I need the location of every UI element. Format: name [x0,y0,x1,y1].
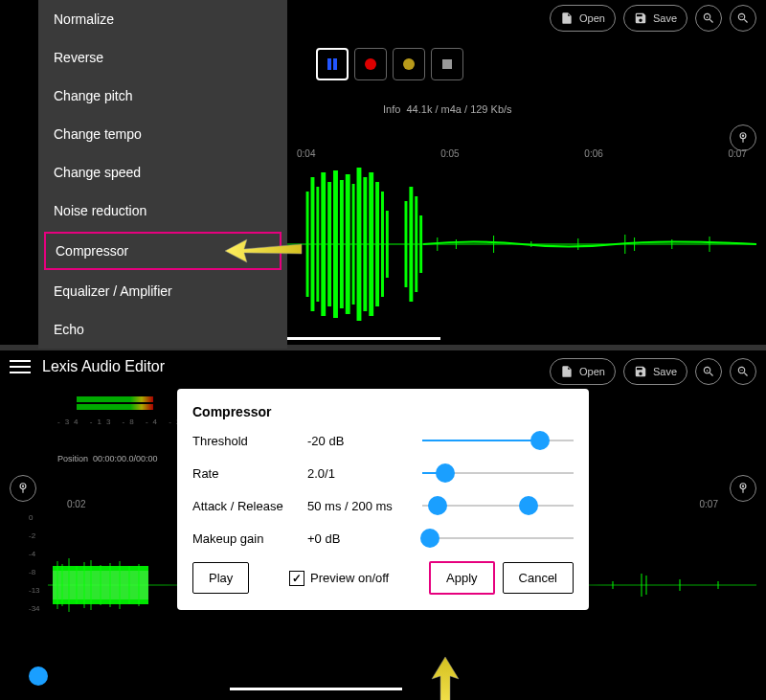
checkbox-icon: ✓ [289,571,304,586]
menu-echo[interactable]: Echo [38,310,287,349]
open-button[interactable]: Open [550,5,616,32]
attack-release-value: 50 ms / 200 ms [307,499,422,513]
menu-change-pitch[interactable]: Change pitch [38,77,287,115]
svg-rect-12 [327,182,331,306]
stop-button[interactable] [431,48,463,80]
svg-rect-16 [352,184,355,305]
zoom-out-button-2[interactable] [730,358,756,385]
menu-reverse[interactable]: Reverse [38,38,287,77]
playhead[interactable] [29,666,48,686]
marker-icon [736,482,750,495]
level-meter [77,396,153,416]
menu-noise-reduction[interactable]: Noise reduction [38,192,287,230]
svg-rect-9 [311,177,315,311]
save-label: Save [653,12,677,24]
marker-right-button[interactable] [730,475,756,502]
file-icon [560,365,574,378]
svg-rect-19 [369,172,373,316]
y-axis-labels: 0 -2 -4 -8 -13 -34 [29,513,40,613]
play-button[interactable] [393,48,425,80]
svg-rect-10 [316,187,319,302]
svg-point-3 [403,58,415,70]
menu-change-tempo[interactable]: Change tempo [38,115,287,153]
position-readout: Position 00:00:00.0/00:00 [57,454,158,463]
record-button[interactable] [354,48,387,80]
svg-rect-22 [386,211,389,278]
apply-button[interactable]: Apply [429,561,495,595]
play-button-dialog[interactable]: Play [192,562,249,594]
open-label-2: Open [579,366,605,377]
info-label: Info [383,103,400,115]
open-label: Open [579,12,605,24]
rate-value: 2.0/1 [307,466,422,481]
scrub-indicator [268,337,440,340]
svg-rect-21 [381,192,384,297]
zoom-in-icon [702,365,715,378]
menu-change-speed[interactable]: Change speed [38,153,287,192]
threshold-value: -20 dB [307,434,422,448]
time-tick: 0:07 [729,148,747,160]
attack-release-slider[interactable] [422,496,574,515]
rate-slider[interactable] [422,463,574,483]
svg-rect-13 [333,170,338,318]
attack-release-label: Attack / Release [192,499,307,513]
svg-rect-14 [340,180,344,308]
svg-point-37 [22,485,24,487]
zoom-in-icon [702,11,715,25]
time-tick: 0:07 [700,499,718,509]
svg-rect-23 [405,201,408,287]
save-button-2[interactable]: Save [623,358,687,385]
pause-button[interactable] [316,48,349,80]
save-label-2: Save [653,366,677,377]
info-value: 44.1k / m4a / 129 Kb/s [406,103,511,115]
svg-point-39 [742,485,744,487]
stop-icon [440,57,454,71]
time-tick: 0:04 [297,148,315,160]
zoom-in-button[interactable] [695,5,722,32]
svg-rect-26 [419,215,422,273]
svg-rect-18 [363,177,367,311]
svg-point-2 [365,58,376,70]
record-icon [364,57,377,71]
annotation-arrow [220,230,306,268]
waveform-top[interactable] [287,163,756,326]
zoom-out-icon [736,11,750,25]
svg-rect-11 [321,172,326,316]
marker-left-button[interactable] [10,475,36,502]
svg-rect-15 [346,174,350,314]
marker-button[interactable] [730,124,756,151]
save-button[interactable]: Save [623,5,687,32]
cancel-button[interactable]: Cancel [503,562,574,594]
gain-slider[interactable] [422,529,574,548]
threshold-label: Threshold [192,434,307,448]
preview-label: Preview on/off [310,571,389,585]
file-icon [560,11,574,25]
pause-icon [326,57,339,71]
save-icon [634,365,647,378]
save-icon [634,11,647,25]
top-toolbar: Open Save [550,5,756,32]
menu-normalize[interactable]: Normalize [38,0,287,38]
open-button-2[interactable]: Open [550,358,616,385]
effects-menu: Normalize Reverse Change pitch Change te… [38,0,287,349]
circle-icon [402,57,416,71]
preview-checkbox[interactable]: ✓ Preview on/off [289,571,389,586]
gain-value: +0 dB [307,531,422,546]
marker-icon [736,131,750,145]
app-title: Lexis Audio Editor [42,358,165,375]
menu-button[interactable] [10,360,31,373]
svg-rect-4 [442,59,452,69]
marker-icon [16,482,30,495]
svg-point-6 [742,135,744,137]
svg-rect-24 [409,187,413,302]
zoom-in-button-2[interactable] [695,358,722,385]
svg-rect-8 [306,192,309,297]
svg-rect-1 [333,58,337,70]
annotation-arrow-2 [426,652,464,700]
menu-equalizer[interactable]: Equalizer / Amplifier [38,272,287,310]
bottom-toolbar: Open Save [550,358,756,385]
time-tick: 0:05 [440,148,459,160]
zoom-out-button[interactable] [730,5,756,32]
threshold-slider[interactable] [422,431,574,450]
zoom-out-icon [736,365,750,378]
